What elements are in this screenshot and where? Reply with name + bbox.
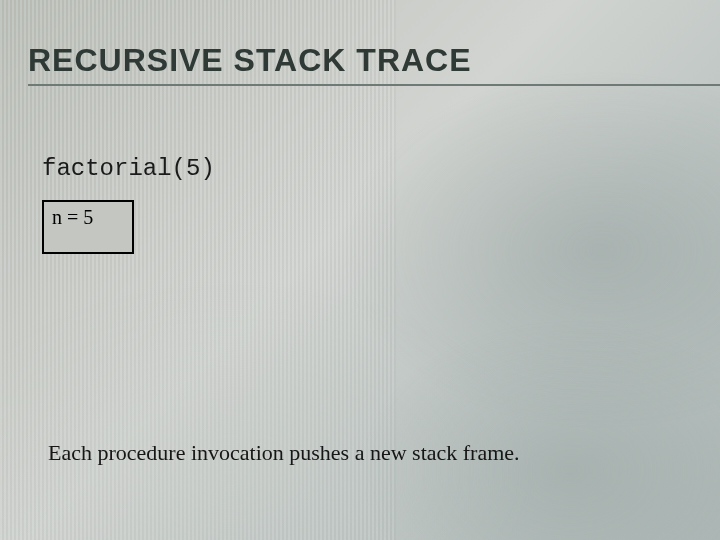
- background-blob: [0, 280, 540, 540]
- stack-frame: n = 5: [42, 200, 134, 254]
- call-expression: factorial(5): [42, 155, 215, 182]
- title-underline: [28, 84, 720, 86]
- slide: RECURSIVE STACK TRACE factorial(5) n = 5…: [0, 0, 720, 540]
- stack-frame-content: n = 5: [52, 206, 93, 228]
- background-blob: [340, 70, 720, 430]
- caption-text: Each procedure invocation pushes a new s…: [48, 440, 520, 466]
- slide-title: RECURSIVE STACK TRACE: [28, 42, 472, 79]
- background-blob: [360, 320, 720, 540]
